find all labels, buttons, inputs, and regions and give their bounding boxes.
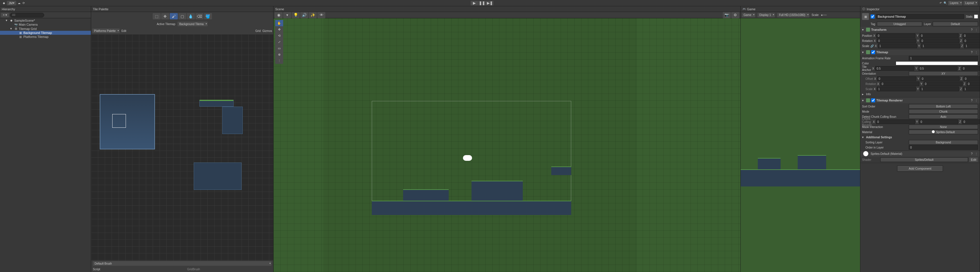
- detect-dropdown[interactable]: Auto: [909, 114, 978, 119]
- palette-canvas[interactable]: [91, 34, 273, 261]
- renderer-enabled[interactable]: [871, 98, 875, 102]
- step-button[interactable]: ▶❚: [486, 1, 493, 5]
- select-tool[interactable]: ⬚: [153, 13, 161, 19]
- static-checkbox[interactable]: [974, 14, 978, 19]
- scale-tool[interactable]: ⤢: [275, 39, 283, 45]
- rect-tool[interactable]: ▭: [275, 45, 283, 51]
- rot-z[interactable]: [963, 38, 980, 43]
- undo-icon[interactable]: ↶: [939, 2, 942, 5]
- game-mode-dropdown[interactable]: Game: [742, 13, 755, 18]
- scene-audio[interactable]: 🔊: [300, 12, 308, 18]
- tag-dropdown[interactable]: Untagged: [877, 22, 922, 26]
- layer-dropdown[interactable]: Default: [933, 22, 978, 26]
- box-tool[interactable]: ▢: [178, 13, 186, 19]
- edit-label[interactable]: Edit: [121, 29, 126, 32]
- shader-dropdown[interactable]: Sprites/Default: [880, 157, 968, 162]
- eraser-tool[interactable]: ⌫: [196, 13, 204, 19]
- gameobject-active-checkbox[interactable]: [870, 14, 875, 19]
- move-tool[interactable]: ✥: [161, 13, 169, 19]
- gameobject-name-input[interactable]: [876, 14, 964, 19]
- fill-tool[interactable]: 🪣: [204, 13, 212, 19]
- help-icon[interactable]: ?: [970, 28, 974, 31]
- scene-gizmos-btn[interactable]: ⚙: [731, 12, 739, 18]
- color-swatch[interactable]: [896, 61, 978, 65]
- transform-tool[interactable]: ⊕: [275, 51, 283, 58]
- custom-tool[interactable]: ⋮: [275, 58, 283, 64]
- pause-button[interactable]: ❚❚: [478, 1, 486, 5]
- pos-y[interactable]: [920, 34, 959, 38]
- scale-x[interactable]: [878, 44, 917, 48]
- menu-icon[interactable]: ⋮: [975, 99, 978, 102]
- link-icon[interactable]: 🔗: [870, 44, 874, 48]
- scene-hidden[interactable]: 👁: [317, 12, 325, 18]
- menu-icon[interactable]: ⋮: [975, 50, 978, 54]
- scene-fx[interactable]: ✨: [309, 12, 317, 18]
- scale-z[interactable]: [964, 44, 980, 48]
- move-tool-scene[interactable]: ✥: [275, 26, 283, 32]
- grid-toggle[interactable]: Grid: [255, 29, 261, 32]
- edit-shader-btn[interactable]: Edit: [969, 157, 978, 162]
- resolution-dropdown[interactable]: Full HD (1920x1080): [777, 13, 809, 18]
- mode-dropdown[interactable]: Chunk: [909, 109, 978, 114]
- search-icon[interactable]: 🔍: [943, 2, 947, 5]
- picker-tool[interactable]: 💧: [187, 13, 195, 19]
- rot-y[interactable]: [920, 38, 959, 43]
- cloud-icon[interactable]: ☁: [18, 2, 21, 5]
- scale-slider[interactable]: ●──: [821, 13, 827, 16]
- scene-2d-toggle[interactable]: ▾: [283, 12, 291, 18]
- anchor-z[interactable]: [961, 66, 980, 71]
- rotate-tool[interactable]: ⟲: [275, 32, 283, 39]
- hierarchy-search[interactable]: [10, 13, 44, 18]
- rot-x[interactable]: [877, 38, 916, 43]
- additional-label[interactable]: Additional Settings: [866, 136, 892, 139]
- help-icon[interactable]: ?: [970, 99, 974, 102]
- orientation-dropdown[interactable]: XY: [909, 71, 978, 76]
- display-dropdown[interactable]: Display 1: [757, 13, 775, 18]
- frame-rate-input[interactable]: [909, 56, 978, 61]
- sorting-layer-dropdown[interactable]: Background: [909, 140, 978, 144]
- scale-y[interactable]: [921, 44, 960, 48]
- brush-dropdown[interactable]: Default Brush: [93, 261, 272, 266]
- create-button[interactable]: + ▾: [1, 13, 9, 18]
- gizmos-toggle[interactable]: Gizmos: [262, 29, 272, 32]
- order-input[interactable]: [909, 145, 978, 150]
- layout-dropdown[interactable]: Layout: [964, 1, 978, 5]
- tag-label: Tag: [870, 22, 875, 26]
- help-icon[interactable]: ?: [970, 50, 974, 54]
- palette-selector[interactable]: Platforms Palette: [92, 29, 120, 33]
- hierarchy-item-camera[interactable]: 📷Main Camera: [0, 22, 91, 27]
- add-component-button[interactable]: Add Component: [897, 165, 943, 172]
- material-header[interactable]: Sprites-Default (Material) ?⋮: [860, 151, 980, 157]
- layers-dropdown[interactable]: Layers: [948, 1, 963, 5]
- tilemap-enabled[interactable]: [871, 50, 875, 54]
- play-button[interactable]: ▶: [471, 1, 478, 5]
- hierarchy-item-scene[interactable]: ▾◆SampleScene*: [0, 18, 91, 22]
- tilemap-header[interactable]: ▾ Tilemap ?⋮: [860, 49, 980, 55]
- anchor-x[interactable]: [875, 66, 914, 71]
- scene-canvas[interactable]: ✋ ✥ ⟲ ⤢ ▭ ⊕ ⋮ 🎯 2D 💡 🔊 ✨ ☁ ⊞ 🧲 📐: [274, 18, 740, 272]
- hierarchy-item-bg-tilemap[interactable]: ⊞Background Tilemap: [0, 31, 91, 35]
- menu-icon[interactable]: ⋮: [975, 28, 978, 31]
- active-tilemap-dropdown[interactable]: Background Tilema: [178, 22, 208, 26]
- view-tool[interactable]: ✋: [275, 20, 283, 26]
- sort-order-dropdown[interactable]: Bottom Left: [909, 104, 978, 109]
- refresh-icon[interactable]: ⟳: [22, 2, 25, 5]
- menu-icon[interactable]: ⋮: [975, 152, 978, 155]
- transform-title: Transform: [871, 28, 886, 31]
- anchor-y[interactable]: [918, 66, 958, 71]
- transform-header[interactable]: ▾ Transform ?⋮: [860, 27, 980, 32]
- scene-camera-btn[interactable]: 📷: [723, 12, 731, 18]
- account-btn[interactable]: JM ▾: [7, 1, 16, 5]
- help-icon[interactable]: ?: [970, 152, 974, 155]
- material-dropdown[interactable]: Sprites-Default: [909, 130, 978, 134]
- pos-z[interactable]: [963, 34, 980, 38]
- renderer-header[interactable]: ▾ Tilemap Renderer ?⋮: [860, 98, 980, 103]
- mask-dropdown[interactable]: None: [909, 125, 978, 129]
- info-label[interactable]: Info: [866, 93, 871, 96]
- scene-lighting[interactable]: 💡: [292, 12, 300, 18]
- brush-tool[interactable]: 🖌: [170, 13, 178, 19]
- hierarchy-item-grid[interactable]: ▾⊞Tilemap Grid: [0, 27, 91, 31]
- hierarchy-item-platforms-tilemap[interactable]: ⊞Platforms Tilemap: [0, 35, 91, 39]
- scene-draw-mode[interactable]: ◉: [275, 12, 283, 18]
- pos-x[interactable]: [876, 34, 915, 38]
